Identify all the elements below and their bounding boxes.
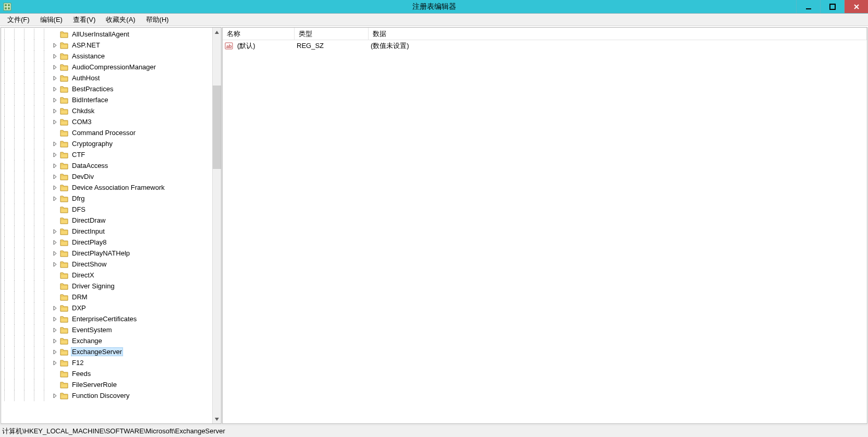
- tree-node[interactable]: Command Processor: [1, 127, 212, 138]
- column-header-type[interactable]: 类型: [295, 28, 369, 40]
- folder-icon: [59, 249, 69, 258]
- folder-icon: [59, 118, 69, 126]
- column-header-data[interactable]: 数据: [369, 28, 867, 40]
- tree-node[interactable]: EventSystem: [1, 324, 212, 335]
- menu-bar: 文件(F) 编辑(E) 查看(V) 收藏夹(A) 帮助(H): [0, 14, 868, 26]
- folder-icon: [59, 173, 69, 181]
- folder-icon: [59, 151, 69, 159]
- tree-node[interactable]: Device Association Framework: [1, 182, 212, 193]
- folder-icon: [59, 30, 69, 39]
- tree-node[interactable]: Feeds: [1, 368, 212, 379]
- tree-node[interactable]: Exchange: [1, 335, 212, 346]
- tree-node[interactable]: DirectShow: [1, 259, 212, 270]
- tree-node[interactable]: Chkdsk: [1, 105, 212, 116]
- tree-node-label: Chkdsk: [71, 107, 95, 115]
- column-header-name[interactable]: 名称: [223, 28, 295, 40]
- menu-help[interactable]: 帮助(H): [141, 14, 174, 26]
- folder-icon: [59, 238, 69, 247]
- value-data: (数值未设置): [369, 41, 867, 51]
- values-header: 名称 类型 数据: [223, 28, 867, 40]
- tree-node[interactable]: AudioCompressionManager: [1, 62, 212, 72]
- tree-node[interactable]: DirectX: [1, 270, 212, 281]
- tree-node-label: EnterpriseCertificates: [71, 315, 138, 323]
- tree-node-label: F12: [71, 359, 84, 367]
- tree-node[interactable]: DirectPlay8: [1, 237, 212, 248]
- menu-favorites[interactable]: 收藏夹(A): [101, 14, 140, 26]
- svg-text:ab: ab: [226, 44, 232, 49]
- tree-node[interactable]: Assistance: [1, 51, 212, 62]
- status-path: 计算机\HKEY_LOCAL_MACHINE\SOFTWARE\Microsof…: [2, 427, 225, 436]
- value-row[interactable]: ab (默认) REG_SZ (数值未设置): [223, 40, 867, 51]
- tree-node[interactable]: COM3: [1, 116, 212, 127]
- tree-node[interactable]: DRM: [1, 292, 212, 302]
- tree-node-label: AudioCompressionManager: [71, 63, 157, 71]
- values-list[interactable]: ab (默认) REG_SZ (数值未设置): [223, 40, 867, 423]
- tree-node[interactable]: EnterpriseCertificates: [1, 313, 212, 324]
- svg-rect-3: [5, 7, 7, 9]
- tree-node[interactable]: DirectInput: [1, 226, 212, 237]
- tree-node-label: AuthHost: [71, 74, 101, 82]
- folder-icon: [59, 107, 69, 115]
- folder-icon: [59, 195, 69, 203]
- menu-view[interactable]: 查看(V): [68, 14, 101, 26]
- tree-node[interactable]: DFS: [1, 204, 212, 215]
- folder-icon: [59, 370, 69, 378]
- scroll-up-button[interactable]: [213, 28, 221, 37]
- folder-icon: [59, 326, 69, 334]
- window-title: 注册表编辑器: [0, 2, 868, 11]
- tree-node[interactable]: Dfrg: [1, 193, 212, 204]
- scroll-down-button[interactable]: [213, 415, 221, 423]
- tree-node-label: DirectShow: [71, 260, 107, 268]
- folder-icon: [59, 162, 69, 170]
- tree-node-label: DataAccess: [71, 162, 109, 169]
- folder-icon: [59, 293, 69, 301]
- folder-icon: [59, 184, 69, 192]
- tree-node[interactable]: Function Discovery: [1, 390, 212, 401]
- tree-node[interactable]: DirectDraw: [1, 215, 212, 226]
- status-bar: 计算机\HKEY_LOCAL_MACHINE\SOFTWARE\Microsof…: [0, 424, 868, 437]
- scroll-track[interactable]: [213, 37, 221, 415]
- menu-edit[interactable]: 编辑(E): [35, 14, 68, 26]
- maximize-button[interactable]: [820, 0, 844, 13]
- folder-icon: [59, 63, 69, 71]
- folder-icon: [59, 337, 69, 345]
- tree-node[interactable]: AuthHost: [1, 72, 212, 83]
- folder-icon: [59, 282, 69, 290]
- tree-node[interactable]: ASP.NET: [1, 40, 212, 51]
- tree-node-label: ExchangeServer: [71, 347, 123, 356]
- tree-node-label: DirectX: [71, 271, 95, 279]
- minimize-button[interactable]: [796, 0, 820, 13]
- tree-node[interactable]: DirectPlayNATHelp: [1, 248, 212, 259]
- tree-node[interactable]: AllUserInstallAgent: [1, 29, 212, 40]
- tree-node[interactable]: BidInterface: [1, 94, 212, 105]
- tree-scrollbar[interactable]: [212, 28, 221, 423]
- close-button[interactable]: [844, 0, 868, 13]
- tree-node[interactable]: BestPractices: [1, 83, 212, 94]
- folder-icon: [59, 271, 69, 280]
- menu-file[interactable]: 文件(F): [2, 14, 35, 26]
- tree-node[interactable]: Driver Signing: [1, 281, 212, 292]
- tree-node[interactable]: DataAccess: [1, 160, 212, 171]
- tree-node[interactable]: CTF: [1, 149, 212, 160]
- tree-node[interactable]: ExchangeServer: [1, 346, 212, 357]
- tree-node-label: DirectPlay8: [71, 238, 107, 246]
- tree-node[interactable]: DXP: [1, 302, 212, 313]
- registry-tree[interactable]: AllUserInstallAgentASP.NETAssistanceAudi…: [1, 28, 212, 402]
- tree-node-label: Function Discovery: [71, 392, 131, 399]
- tree-pane: AllUserInstallAgentASP.NETAssistanceAudi…: [1, 27, 222, 424]
- tree-node[interactable]: FileServerRole: [1, 379, 212, 390]
- folder-icon: [59, 348, 69, 356]
- svg-rect-4: [8, 7, 10, 9]
- scroll-thumb[interactable]: [213, 86, 221, 169]
- folder-icon: [59, 140, 69, 148]
- tree-node-label: DRM: [71, 293, 89, 301]
- folder-icon: [59, 96, 69, 104]
- tree-node[interactable]: DevDiv: [1, 171, 212, 182]
- tree-node[interactable]: Cryptography: [1, 138, 212, 149]
- value-name: (默认): [235, 41, 295, 51]
- tree-node-label: Cryptography: [71, 140, 114, 148]
- tree-node[interactable]: F12: [1, 357, 212, 368]
- title-bar: 注册表编辑器: [0, 0, 868, 14]
- svg-rect-5: [806, 8, 811, 9]
- tree-node-label: BestPractices: [71, 85, 114, 93]
